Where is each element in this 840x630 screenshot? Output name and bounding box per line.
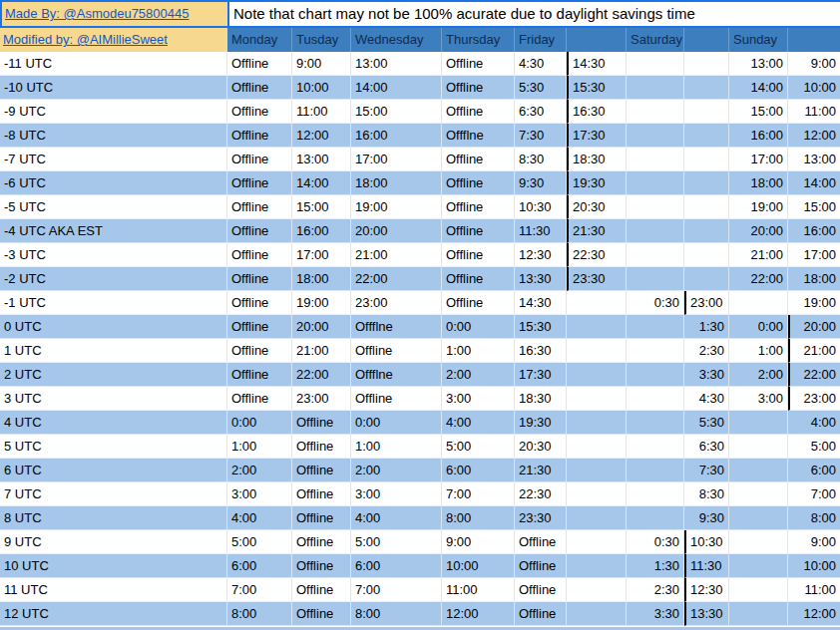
table-cell[interactable]: 12:00 <box>788 124 840 148</box>
row-label[interactable]: -5 UTC <box>0 195 227 219</box>
header-thursday[interactable]: Thursday <box>442 28 515 52</box>
table-cell[interactable]: 1:00 <box>442 339 515 363</box>
table-cell[interactable]: Offline <box>442 219 515 243</box>
table-cell[interactable]: 18:30 <box>515 387 567 411</box>
table-cell[interactable]: 0:30 <box>627 291 684 315</box>
header-monday[interactable]: Monday <box>227 28 292 52</box>
table-cell[interactable] <box>729 602 788 626</box>
table-cell[interactable]: Offline <box>227 291 292 315</box>
row-label[interactable]: 9 UTC <box>0 530 227 554</box>
made-by-link[interactable]: Made By: @Asmodeu75800445 <box>5 6 189 21</box>
table-cell[interactable]: 21:00 <box>292 339 351 363</box>
table-cell[interactable]: Offline <box>227 339 292 363</box>
table-cell[interactable]: 15:30 <box>567 76 627 100</box>
header-sunday[interactable]: Sunday <box>729 28 788 52</box>
table-cell[interactable] <box>684 171 729 195</box>
table-cell[interactable]: 0:00 <box>351 411 442 435</box>
table-cell[interactable]: 17:00 <box>292 243 351 267</box>
table-cell[interactable]: 20:00 <box>788 315 840 339</box>
table-cell[interactable]: 6:30 <box>684 435 729 459</box>
table-cell[interactable]: Offline <box>351 387 442 411</box>
row-label[interactable]: 7 UTC <box>0 482 227 506</box>
table-cell[interactable]: 0:00 <box>729 315 788 339</box>
table-cell[interactable]: 12:00 <box>292 124 351 148</box>
header-friday[interactable]: Friday <box>515 28 567 52</box>
table-cell[interactable]: Offflne <box>351 363 442 387</box>
table-cell[interactable]: Offline <box>292 459 351 482</box>
row-label[interactable]: -1 UTC <box>0 291 227 315</box>
table-cell[interactable]: 13:00 <box>729 52 788 76</box>
table-cell[interactable]: 17:00 <box>351 148 442 171</box>
table-cell[interactable]: Offline <box>292 578 351 602</box>
table-cell[interactable]: 21:30 <box>567 219 627 243</box>
table-cell[interactable]: 13:30 <box>684 602 729 626</box>
table-cell[interactable]: 14:00 <box>788 171 840 195</box>
table-cell[interactable] <box>627 124 684 148</box>
table-cell[interactable]: 0:00 <box>442 315 515 339</box>
row-label[interactable]: -2 UTC <box>0 267 227 291</box>
table-cell[interactable]: 20:30 <box>567 195 627 219</box>
table-cell[interactable]: 19:00 <box>788 291 840 315</box>
table-cell[interactable]: 0:30 <box>627 530 684 554</box>
table-cell[interactable]: Offline <box>292 435 351 459</box>
table-cell[interactable]: 16:30 <box>567 100 627 124</box>
table-cell[interactable]: Offline <box>442 243 515 267</box>
row-label[interactable]: -3 UTC <box>0 243 227 267</box>
table-cell[interactable]: Offline <box>227 124 292 148</box>
table-cell[interactable]: 2:00 <box>351 459 442 482</box>
row-label[interactable]: 8 UTC <box>0 506 227 530</box>
table-cell[interactable]: 6:00 <box>788 459 840 482</box>
table-cell[interactable]: 1:00 <box>227 435 292 459</box>
table-cell[interactable]: 10:00 <box>788 554 840 578</box>
row-label[interactable]: 5 UTC <box>0 435 227 459</box>
table-cell[interactable]: Offflne <box>442 124 515 148</box>
table-cell[interactable]: 14:00 <box>729 76 788 100</box>
table-cell[interactable]: 8:00 <box>788 506 840 530</box>
table-cell[interactable] <box>729 530 788 554</box>
table-cell[interactable]: 20:30 <box>515 435 567 459</box>
header-sunday-2[interactable] <box>788 28 840 52</box>
header-saturday-2[interactable] <box>684 28 729 52</box>
table-cell[interactable]: 8:30 <box>684 482 729 506</box>
row-label[interactable]: 12 UTC <box>0 602 227 626</box>
table-cell[interactable] <box>729 435 788 459</box>
row-label[interactable]: -9 UTC <box>0 100 227 124</box>
table-cell[interactable] <box>627 363 684 387</box>
table-cell[interactable]: 17:30 <box>515 363 567 387</box>
table-cell[interactable]: 22:30 <box>567 243 627 267</box>
table-cell[interactable] <box>567 506 627 530</box>
table-cell[interactable] <box>729 482 788 506</box>
table-cell[interactable] <box>627 482 684 506</box>
table-cell[interactable] <box>567 602 627 626</box>
table-cell[interactable]: 13:30 <box>515 267 567 291</box>
table-cell[interactable]: 5:00 <box>788 435 840 459</box>
table-cell[interactable]: 7:30 <box>515 124 567 148</box>
header-saturday[interactable]: Saturday <box>627 28 684 52</box>
table-cell[interactable] <box>684 267 729 291</box>
table-cell[interactable]: 4:00 <box>442 411 515 435</box>
table-cell[interactable]: Offline <box>442 267 515 291</box>
table-cell[interactable] <box>627 52 684 76</box>
table-cell[interactable]: Offline <box>292 530 351 554</box>
table-cell[interactable] <box>729 578 788 602</box>
table-cell[interactable]: Offline <box>227 363 292 387</box>
table-cell[interactable]: 22:00 <box>351 267 442 291</box>
table-cell[interactable]: Offline <box>442 171 515 195</box>
table-cell[interactable]: Offline <box>292 411 351 435</box>
table-cell[interactable]: Offline <box>227 148 292 171</box>
table-cell[interactable] <box>729 291 788 315</box>
table-cell[interactable]: Offline <box>515 554 567 578</box>
table-cell[interactable] <box>684 195 729 219</box>
table-cell[interactable] <box>567 387 627 411</box>
note-cell[interactable]: Note that chart may not be 100% acurate … <box>229 2 840 26</box>
table-cell[interactable]: 23:00 <box>788 387 840 411</box>
table-cell[interactable]: 4:00 <box>788 411 840 435</box>
table-cell[interactable]: 9:00 <box>788 52 840 76</box>
row-label[interactable]: 6 UTC <box>0 459 227 482</box>
table-cell[interactable] <box>627 387 684 411</box>
table-cell[interactable] <box>567 482 627 506</box>
row-label[interactable]: 4 UTC <box>0 411 227 435</box>
table-cell[interactable] <box>567 578 627 602</box>
table-cell[interactable]: 4:00 <box>227 506 292 530</box>
table-cell[interactable] <box>627 100 684 124</box>
